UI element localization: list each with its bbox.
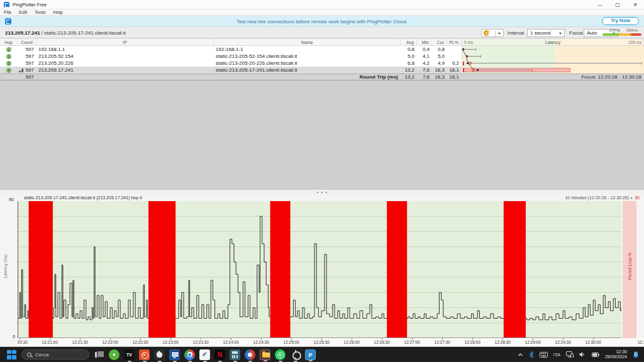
start-button[interactable] <box>6 349 16 359</box>
tv-app-icon[interactable]: TV <box>124 349 135 360</box>
hop-pl: 0,2 <box>447 60 462 67</box>
summary-cur: 16,3 <box>432 74 447 80</box>
x-tick-label: 12:28:00 <box>465 340 480 344</box>
minimize-button[interactable]: — <box>591 0 609 9</box>
y-axis-title: Latency (ms) <box>3 248 8 285</box>
remote-pc-app-icon[interactable] <box>169 349 180 360</box>
x-tick-label-clipped: 12:30:30 <box>638 340 644 344</box>
battery-icon[interactable] <box>592 352 599 358</box>
hop-pl <box>447 53 462 60</box>
netflix-icon[interactable]: N <box>214 349 225 360</box>
round-trip-label: Round Trip (ms) <box>214 74 401 80</box>
x-tick-label: 12:20:30 <box>18 340 28 344</box>
latency-marker-icon <box>462 48 464 50</box>
paint-app-icon[interactable] <box>245 349 255 360</box>
notification-bell-icon[interactable] <box>633 351 639 358</box>
chevron-down-icon <box>630 197 633 199</box>
x-tick-label: 12:21:30 <box>72 340 88 344</box>
interval-select[interactable]: 1 second <box>527 29 565 37</box>
keyboard-icon[interactable] <box>540 352 548 358</box>
menu-edit[interactable]: Edit <box>19 9 27 15</box>
maximize-button[interactable]: ▢ <box>609 0 626 9</box>
pingplotter-taskbar-icon[interactable]: P <box>305 349 316 360</box>
checkmark-app-icon[interactable]: ✓ <box>199 349 210 360</box>
try-now-button[interactable]: Try Now <box>602 17 639 25</box>
x-tick-label: 12:27:30 <box>435 340 450 344</box>
hop-name: static-213-205-20-226.clienti.tiscali.it <box>214 60 401 67</box>
hop-number-badge: 1 <box>0 46 18 53</box>
hop-row-4[interactable]: 4597213.205.17.241static-213-205-17-241.… <box>0 67 644 74</box>
hop-pl <box>447 46 462 53</box>
hop-ip: 213.205.52.154 <box>36 53 214 60</box>
green-app-icon[interactable] <box>109 349 119 360</box>
pane-splitter[interactable] <box>0 189 644 195</box>
latency-marker-icon <box>466 55 468 57</box>
x-tick-label: 12:24:30 <box>253 340 269 344</box>
header-min[interactable]: Min <box>417 39 432 45</box>
hop-row-1[interactable]: 1597192.168.1.1192-168-1-10,80,40,8 <box>0 46 644 53</box>
chrome-icon[interactable] <box>184 349 195 360</box>
x-tick-label: 12:29:30 <box>555 340 571 344</box>
tray-time: 12:30 <box>605 349 627 354</box>
promo-banner: Test new hire connections before remote … <box>0 16 644 27</box>
task-view-icon[interactable] <box>94 349 104 360</box>
y-axis-min-label: 0 <box>13 334 15 339</box>
table-header-row: Hop Count IP Name Avg Min Cur PL% 0 ms L… <box>0 38 644 46</box>
menu-file[interactable]: File <box>4 9 11 15</box>
header-cur[interactable]: Cur <box>432 39 447 45</box>
search-input[interactable]: Cerca <box>21 349 89 359</box>
latency-range-whisker <box>463 49 476 50</box>
pause-dropdown-caret-icon[interactable] <box>498 33 501 35</box>
red-x-app-icon[interactable] <box>139 349 150 360</box>
loss-tick-icon <box>463 62 464 65</box>
x-tick-label: 12:30:00 <box>586 340 601 344</box>
chevron-down-icon <box>559 33 562 35</box>
x-tick-label: 12:22:30 <box>133 340 148 344</box>
header-avg[interactable]: Avg <box>401 39 417 45</box>
hop-pl: 18,1 <box>447 67 462 74</box>
hidden-icons-chevron-icon[interactable] <box>518 352 523 358</box>
hop-latency-minigraph <box>462 60 644 67</box>
hop-cur: 0,8 <box>432 46 447 53</box>
latency-range-whisker <box>467 63 641 63</box>
hop-rows: 1597192.168.1.1192-168-1-10,80,40,825972… <box>0 46 644 74</box>
language-indicator[interactable]: ITA <box>553 352 560 358</box>
graph-range-selector[interactable]: 10 minutes (12:20:28 - 12:30:28) <box>565 195 633 200</box>
loss-tick-icon <box>463 69 464 72</box>
graph-title: static-213-205-17-241.clienti.tiscali.it… <box>24 195 142 200</box>
file-explorer-icon[interactable] <box>260 349 270 360</box>
hop-row-3[interactable]: 3597213.205.20.226static-213-205-20-226.… <box>0 60 644 67</box>
network-icon[interactable] <box>566 351 574 358</box>
clock[interactable]: 12:30 25/09/2024 <box>605 349 627 359</box>
hop-min: 4,1 <box>417 53 432 60</box>
whatsapp-icon[interactable] <box>275 349 286 360</box>
speaker-icon[interactable] <box>579 351 586 358</box>
pause-button[interactable] <box>481 29 504 37</box>
summary-pl: 18,1 <box>447 74 462 80</box>
timeline-graph-panel[interactable]: static-213-205-17-241.clienti.tiscali.it… <box>0 195 644 346</box>
hop-table: Hop Count IP Name Avg Min Cur PL% 0 ms L… <box>0 38 644 80</box>
menu-tools[interactable]: Tools <box>35 9 46 15</box>
splitter-grip-icon <box>317 192 327 193</box>
x-tick-label: 12:25:00 <box>284 340 299 344</box>
cat-app-icon[interactable] <box>154 349 165 360</box>
settings-gear-icon[interactable] <box>290 349 301 360</box>
packet-loss-max-label: 30 <box>635 195 640 200</box>
header-hop[interactable]: Hop <box>0 39 18 45</box>
latency-timeline-plot[interactable]: 10 ms20 ms30 ms40 ms50 ms60 ms70 ms80 ms <box>18 201 621 338</box>
focus-range-label: Focus: 12:20:28 - 12:30:28 <box>462 74 644 80</box>
menu-help[interactable]: Help <box>53 9 63 15</box>
x-tick-label: 12:27:00 <box>404 340 420 344</box>
header-count[interactable]: Count <box>18 39 36 45</box>
bluetooth-icon[interactable] <box>529 351 534 358</box>
menu-bar: File Edit Tools Help <box>0 9 644 16</box>
hop-cur: 4,9 <box>432 60 447 67</box>
header-name[interactable]: Name <box>214 39 401 45</box>
header-latency[interactable]: 0 ms Latency 195 ms <box>462 39 644 45</box>
hop-latency-minigraph <box>462 53 644 60</box>
header-ip[interactable]: IP <box>36 39 214 45</box>
header-pl[interactable]: PL% <box>447 39 462 45</box>
calculator-icon[interactable] <box>230 349 240 360</box>
close-button[interactable]: ✕ <box>626 0 644 9</box>
hop-row-2[interactable]: 2597213.205.52.154static-213-205-52-154.… <box>0 53 644 60</box>
